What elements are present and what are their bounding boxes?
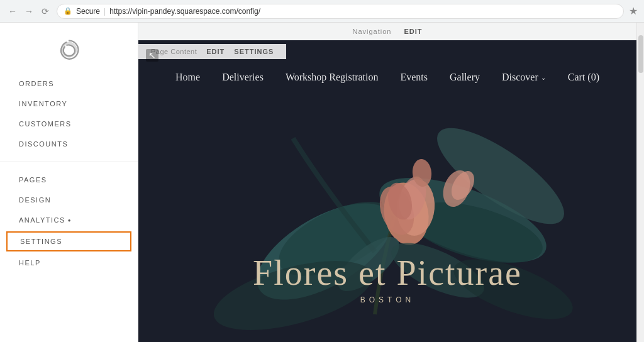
sidebar-divider-1 xyxy=(0,162,138,162)
analytics-dot-icon: ● xyxy=(68,218,72,223)
secure-icon: 🔒 xyxy=(64,7,72,15)
site-nav-home[interactable]: Home xyxy=(175,72,200,83)
sidebar-navigation: ORDERS INVENTORY CUSTOMERS DISCOUNTS PAG… xyxy=(0,74,138,342)
site-nav-workshop[interactable]: Workshop Registration xyxy=(286,72,379,83)
squarespace-logo-icon xyxy=(58,38,80,61)
browser-nav-controls: ← → ⟳ xyxy=(6,5,52,18)
site-nav-deliveries[interactable]: Deliveries xyxy=(222,72,264,83)
browser-action-buttons: ★ xyxy=(629,5,638,17)
sidebar-item-design[interactable]: DESIGN xyxy=(0,190,138,210)
forward-button[interactable]: → xyxy=(23,5,35,18)
back-button[interactable]: ← xyxy=(6,5,19,18)
navigation-edit-button[interactable]: EDIT xyxy=(404,28,422,35)
site-nav-discover[interactable]: Discover ⌄ xyxy=(502,72,546,83)
site-navigation: Home Deliveries Workshop Registration Ev… xyxy=(138,60,636,94)
scroll-thumb xyxy=(638,35,643,73)
sidebar-item-settings[interactable]: SETTINGS xyxy=(6,231,131,251)
sidebar-logo xyxy=(0,35,138,74)
url-text: https://vipin-pandey.squarespace.com/con… xyxy=(109,7,260,16)
sidebar-item-customers[interactable]: CUSTOMERS xyxy=(0,114,138,134)
refresh-button[interactable]: ⟳ xyxy=(39,5,52,18)
cursor-arrow-icon: ↖ xyxy=(146,49,158,62)
hero-subtitle: BOSTON xyxy=(253,295,522,304)
site-nav-events[interactable]: Events xyxy=(400,72,428,83)
main-layout: ORDERS INVENTORY CUSTOMERS DISCOUNTS PAG… xyxy=(0,23,644,342)
bookmark-button[interactable]: ★ xyxy=(629,5,638,17)
page-content-edit-button[interactable]: EDIT xyxy=(206,48,225,55)
site-nav-cart[interactable]: Cart (0) xyxy=(568,72,599,83)
sidebar: ORDERS INVENTORY CUSTOMERS DISCOUNTS PAG… xyxy=(0,23,138,342)
page-content-settings-button[interactable]: SETTINGS xyxy=(234,48,274,55)
sidebar-main-section: PAGES DESIGN ANALYTICS ● SETTINGS HELP xyxy=(0,170,138,273)
sidebar-item-orders[interactable]: ORDERS xyxy=(0,74,138,94)
sidebar-item-discounts[interactable]: DISCOUNTS xyxy=(0,134,138,154)
preview-content: ↖ Navigation EDIT Page Content EDIT SETT… xyxy=(138,23,636,342)
navigation-label: Navigation xyxy=(352,28,391,35)
discover-chevron-icon: ⌄ xyxy=(541,74,546,81)
browser-chrome: ← → ⟳ 🔒 Secure | https://vipin-pandey.sq… xyxy=(0,0,644,23)
address-bar[interactable]: 🔒 Secure | https://vipin-pandey.squaresp… xyxy=(57,4,624,19)
page-content-bar: Page Content EDIT SETTINGS xyxy=(138,44,286,59)
secure-label: Secure xyxy=(76,7,100,16)
hero-text-container: Flores et Picturae BOSTON xyxy=(253,255,522,304)
navigation-edit-bar: Navigation EDIT xyxy=(138,23,636,40)
sidebar-item-inventory[interactable]: INVENTORY xyxy=(0,94,138,114)
sidebar-commerce-section: ORDERS INVENTORY CUSTOMERS DISCOUNTS xyxy=(0,74,138,154)
scroll-bar[interactable] xyxy=(636,23,644,342)
site-nav-gallery[interactable]: Gallery xyxy=(450,72,480,83)
separator: | xyxy=(104,7,106,16)
sidebar-item-analytics[interactable]: ANALYTICS ● xyxy=(0,210,138,230)
hero-title: Flores et Picturae xyxy=(253,255,522,290)
sidebar-item-pages[interactable]: PAGES xyxy=(0,170,138,190)
preview-area: ↖ Navigation EDIT Page Content EDIT SETT… xyxy=(138,23,644,342)
sidebar-item-help[interactable]: HELP xyxy=(0,253,138,273)
